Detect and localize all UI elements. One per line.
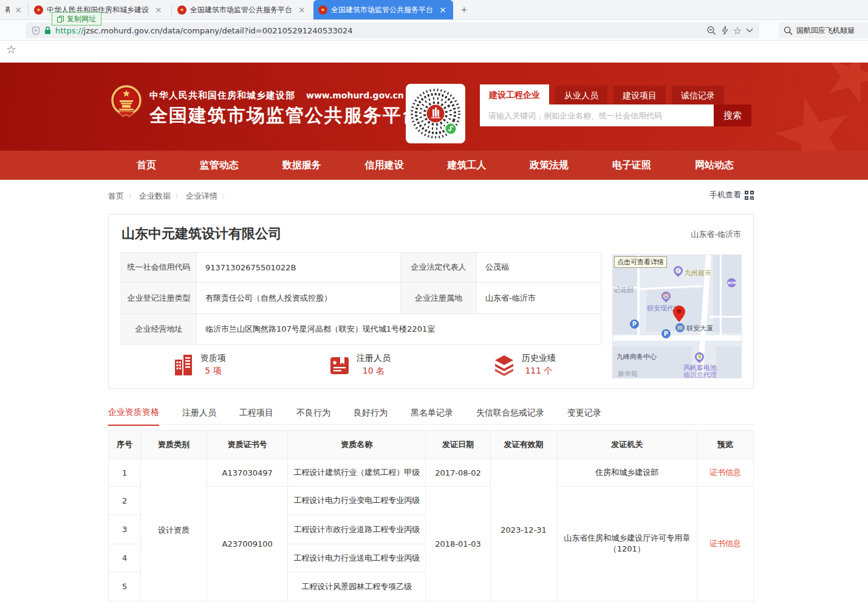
stat-value: 10 名 [357, 366, 391, 377]
close-icon[interactable]: × [155, 5, 162, 15]
search-tab-project[interactable]: 建设项目 [613, 86, 666, 105]
mini-program-qr-icon [409, 87, 462, 140]
breadcrumb-separator: 〉 [222, 192, 228, 201]
tab-qualifications[interactable]: 企业资质资格 [108, 400, 159, 426]
platform-title: 全国建筑市场监管公共服务平台 [149, 103, 422, 128]
search-tab-personnel[interactable]: 从业人员 [555, 86, 607, 105]
atm-icon: ATM [727, 278, 736, 287]
lock-icon [44, 26, 51, 35]
new-tab-button[interactable]: ＋ [457, 2, 471, 17]
certificate-info-link[interactable]: 证书信息 [709, 539, 741, 548]
company-location-map[interactable]: 点击可查看详情 🛒 九州超市 ATM 记花园 🏠 联安现代城 🏢 联安大厦 P … [612, 255, 742, 378]
search-input[interactable] [487, 111, 706, 121]
valid-until-cell: 2023-12-31 [490, 459, 557, 601]
browser-tab-active[interactable]: ★ 全国建筑市场监管公共服务平台 × [313, 0, 453, 19]
row-index: 4 [109, 544, 141, 572]
shield-icon [32, 26, 40, 35]
reg-region-label: 企业注册属地 [401, 282, 477, 314]
emblem-favicon-icon: ★ [34, 5, 43, 15]
banner-ministry-line: 中华人民共和国住房和城乡建设部www.mohurd.gov.cn 全国建筑市场监… [149, 89, 422, 128]
url-path: jzsc.mohurd.gov.cn/data/company/detail?i… [84, 26, 353, 35]
qual-name-cell: 工程设计风景园林工程专项乙级 [288, 572, 426, 601]
copy-url-tooltip: 复制网址 [52, 12, 101, 26]
banner-search-field[interactable] [480, 104, 714, 126]
map-label-supermarket: 九州超市 [685, 268, 711, 278]
url-text[interactable]: https://jzsc.mohurd.gov.cn/data/company/… [55, 26, 702, 35]
close-icon[interactable]: × [298, 5, 306, 15]
supermarket-pin-icon: 🛒 [672, 264, 685, 277]
breadcrumb-home[interactable]: 首页 [108, 191, 124, 202]
browser-tab-jzsc[interactable]: ★ 全国建筑市场监管公共服务平台 × [173, 0, 313, 19]
col-preview: 预览 [697, 431, 753, 459]
nav-home[interactable]: 首页 [137, 159, 156, 172]
tab-separator [28, 4, 29, 15]
chevron-down-icon[interactable] [746, 28, 753, 33]
map-label-garden: 记花园 [613, 285, 634, 295]
row-index: 2 [109, 487, 141, 515]
tab-title: 界 [5, 5, 10, 15]
nav-credit[interactable]: 信用建设 [365, 159, 404, 172]
emblem-favicon-icon: ★ [177, 5, 186, 15]
search-tab-enterprise[interactable]: 建设工程企业 [480, 84, 549, 105]
favorite-star-icon[interactable]: ☆ [733, 25, 742, 36]
col-category: 资质类别 [141, 431, 207, 459]
reg-region-value: 山东省-临沂市 [477, 282, 601, 314]
authority-cell: 住房和城乡建设部 [557, 459, 697, 487]
table-row: 1 设计资质 A137030497 工程设计建筑行业（建筑工程）甲级 2017-… [109, 459, 754, 487]
col-index: 序号 [109, 431, 141, 459]
tab-projects[interactable]: 工程项目 [239, 401, 273, 425]
close-icon[interactable]: × [439, 5, 446, 15]
issue-date-cell: 2018-01-03 [426, 487, 490, 601]
tab-dishonesty[interactable]: 失信联合惩戒记录 [476, 401, 544, 425]
stat-label: 历史业绩 [522, 353, 556, 364]
nav-policy[interactable]: 政策法规 [530, 159, 569, 172]
table-header-row: 序号 资质类别 资质证书号 资质名称 发证日期 发证有效期 发证机关 预览 [109, 431, 754, 459]
tab-bad-behavior[interactable]: 不良行为 [296, 401, 330, 425]
reg-type-value: 有限责任公司（自然人投资或控股） [197, 282, 401, 314]
tab-title: 全国建筑市场监管公共服务平台 [190, 5, 293, 15]
zoom-out-icon[interactable] [706, 26, 717, 36]
nav-workers[interactable]: 建筑工人 [447, 159, 486, 172]
mobile-view-link[interactable]: 手机查看 [709, 190, 754, 200]
certificate-info-link[interactable]: 证书信息 [709, 468, 741, 477]
tab-change-records[interactable]: 变更记录 [567, 401, 601, 425]
breadcrumb-company-detail[interactable]: 企业详情 [186, 191, 217, 202]
browser-tab-strip: 界 × ★ 中华人民共和国住房和城乡建设 × ★ 全国建筑市场监管公共服务平台 … [0, 0, 868, 20]
address-label: 企业经营地址 [121, 314, 197, 345]
map-label-lianan-tower: 联安大厦 [686, 324, 713, 333]
detail-tabs: 企业资质资格 注册人员 工程项目 不良行为 良好行为 黑名单记录 失信联合惩戒记… [108, 401, 754, 425]
company-card: 山东中元建筑设计有限公司 山东省-临沂市 统一社会信用代码 9137130267… [108, 214, 754, 389]
stat-qualifications[interactable]: 资质项5 项 [173, 353, 226, 377]
legal-rep-value: 公茂福 [477, 253, 601, 282]
copy-icon [57, 16, 64, 22]
qualification-table: 序号 资质类别 资质证书号 资质名称 发证日期 发证有效期 发证机关 预览 1 … [108, 430, 754, 601]
bookmark-star-icon[interactable]: ☆ [6, 43, 16, 56]
stat-registered-personnel[interactable]: 注册人员10 名 [329, 353, 391, 377]
search-button[interactable]: 搜索 [714, 104, 751, 126]
flash-icon[interactable] [721, 26, 729, 35]
nav-e-license[interactable]: 电子证照 [612, 159, 651, 172]
tab-good-behavior[interactable]: 良好行为 [354, 401, 388, 425]
map-label-battery2: 临沂总代理 [683, 371, 717, 378]
url-protocol: https:// [55, 26, 84, 35]
credit-code-label: 统一社会信用代码 [121, 253, 197, 282]
url-box[interactable]: https://jzsc.mohurd.gov.cn/data/company/… [26, 22, 759, 38]
layers-icon [493, 354, 516, 376]
close-icon[interactable]: × [15, 5, 22, 15]
nav-supervision[interactable]: 监管动态 [200, 159, 239, 172]
nav-site-news[interactable]: 网站动态 [695, 159, 734, 172]
tab-registered-personnel[interactable]: 注册人员 [182, 401, 216, 425]
browser-tab-partial[interactable]: 界 × [0, 0, 27, 19]
tab-blacklist[interactable]: 黑名单记录 [411, 401, 453, 425]
col-valid-until: 发证有效期 [490, 431, 557, 459]
qual-name-cell: 工程设计市政行业道路工程专业丙级 [288, 515, 426, 544]
nav-data-service[interactable]: 数据服务 [282, 159, 321, 172]
reg-type-label: 企业登记注册类型 [121, 282, 197, 314]
qr-code-icon [745, 191, 754, 200]
qual-name-cell: 工程设计电力行业变电工程专业丙级 [288, 487, 426, 515]
ministry-name: 中华人民共和国住房和城乡建设部 [149, 90, 295, 101]
breadcrumb-company-data[interactable]: 企业数据 [139, 191, 171, 202]
stat-history-performance[interactable]: 历史业绩111 个 [493, 353, 556, 377]
search-tab-credit[interactable]: 诚信记录 [672, 86, 724, 105]
quick-search-box[interactable]: 国航回应飞机颠簸 [779, 22, 868, 38]
